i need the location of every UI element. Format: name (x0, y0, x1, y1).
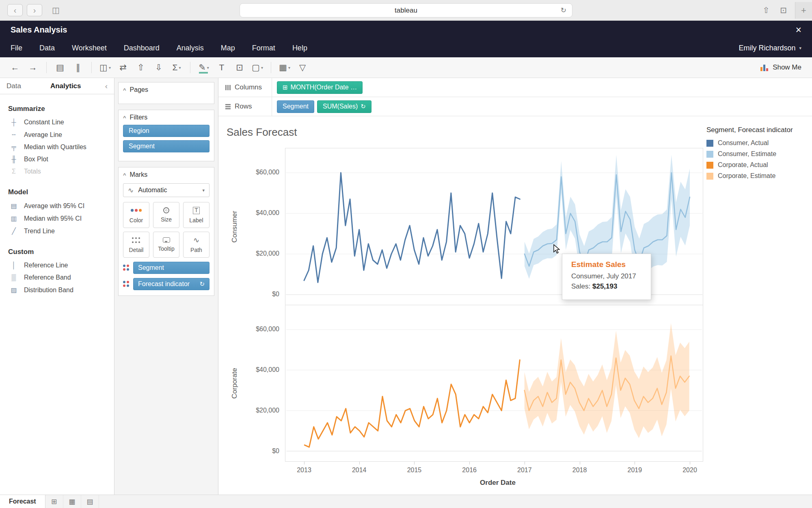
analytics-item-median-with-quartiles[interactable]: ╤Median with Quartiles (0, 141, 114, 153)
analytics-item-reference-line[interactable]: │Reference Line (0, 259, 114, 271)
legend-item-consumer-actual[interactable]: Consumer, Actual (706, 139, 808, 147)
mark-button-color[interactable]: Color (123, 202, 149, 228)
pause-auto-updates-button[interactable]: ∥ (69, 60, 86, 75)
show-me-icon (760, 64, 769, 71)
mark-type-dropdown[interactable]: ∿ Automatic ▾ (123, 183, 209, 197)
new-worksheet-button[interactable]: ◫▾ (97, 60, 114, 75)
forecast-indicator-icon: ↻ (361, 103, 366, 110)
user-menu[interactable]: Emily Richardson ▾ (739, 44, 801, 52)
pages-card-header[interactable]: ^ Pages (119, 82, 214, 96)
columns-icon (225, 85, 231, 90)
worksheet-main: Columns ⊞MONTH(Order Date … Rows Segment… (218, 78, 812, 495)
chevron-down-icon: ▾ (202, 188, 205, 193)
average-line-icon: ╌ (9, 131, 19, 139)
chart-plot-area[interactable] (285, 148, 703, 462)
mark-button-label[interactable]: TLabel (183, 202, 209, 228)
fix-axes-button[interactable]: ⊡ (231, 60, 248, 75)
tooltip-sales-value: $25,193 (592, 282, 617, 290)
analytics-item-label: Average with 95% CI (24, 202, 84, 210)
collapse-icon: ^ (123, 115, 126, 121)
analytics-item-box-plot[interactable]: ╫Box Plot (0, 153, 114, 165)
sheet-tabs-bar: Forecast ⊞▦▤ (0, 495, 812, 508)
x-axis-label: 2018 (572, 467, 587, 474)
menu-item-file[interactable]: File (11, 44, 22, 52)
mark-button-label: Color (130, 217, 143, 224)
collapse-pane-icon[interactable]: ‹ (105, 82, 108, 91)
browser-forward-button[interactable]: › (27, 4, 42, 16)
filters-card-header[interactable]: ^ Filters (119, 110, 214, 124)
chevron-down-icon: ▾ (179, 65, 181, 70)
legend-item-consumer-estimate[interactable]: Consumer, Estimate (706, 150, 808, 158)
tab-analytics[interactable]: Analytics (50, 82, 81, 90)
x-axis-label: 2020 (682, 467, 697, 474)
columns-shelf[interactable]: Columns ⊞MONTH(Order Date … (218, 78, 812, 97)
toolbar-separator (271, 62, 271, 73)
path-icon: ∿ (193, 237, 199, 244)
menu-item-worksheet[interactable]: Worksheet (72, 44, 107, 52)
mark-button-tooltip[interactable]: Tooltip (153, 232, 179, 258)
new-worksheet-button[interactable]: ⊞ (45, 495, 63, 508)
shelf-pill-month-order-date[interactable]: ⊞MONTH(Order Date … (277, 81, 363, 94)
filter-pill-segment[interactable]: Segment (123, 140, 209, 152)
tooltip-title: Estimate Sales (571, 260, 642, 269)
sort-descending-button[interactable]: ⇩ (150, 60, 167, 75)
toolbar-separator (46, 62, 47, 73)
sheet-tab-forecast[interactable]: Forecast (0, 495, 45, 508)
color-icon (131, 207, 142, 214)
analytics-item-distribution-band[interactable]: ▨Distribution Band (0, 284, 114, 296)
chevron-down-icon: ▾ (261, 65, 263, 70)
show-me-button[interactable]: Show Me (760, 63, 806, 72)
show-hide-cards-button[interactable]: ▦▾ (276, 60, 293, 75)
menu-item-help[interactable]: Help (292, 44, 307, 52)
new-dashboard-button[interactable]: ▦ (63, 495, 81, 508)
mark-button-path[interactable]: ∿Path (183, 232, 209, 258)
shelf-pill-segment[interactable]: Segment (277, 100, 314, 113)
chart-panel-corporate[interactable] (285, 305, 703, 461)
redo-button[interactable]: → (24, 60, 41, 75)
totals-button[interactable]: Σ▾ (168, 60, 185, 75)
presentation-mode-button[interactable]: ▽ (294, 60, 311, 75)
mark-button-detail[interactable]: Detail (123, 232, 149, 258)
menu-bar: FileDataWorksheetDashboardAnalysisMapFor… (0, 39, 812, 57)
analytics-item-average-line[interactable]: ╌Average Line (0, 128, 114, 141)
swap-rows-columns-button[interactable]: ⇄ (114, 60, 132, 75)
menu-item-analysis[interactable]: Analysis (177, 44, 204, 52)
new-tab-button[interactable]: + (795, 2, 812, 19)
highlight-button[interactable]: ✎▾ (195, 60, 212, 75)
marks-card-header[interactable]: ^ Marks (119, 167, 214, 181)
sort-ascending-button[interactable]: ⇧ (132, 60, 149, 75)
tab-overview-icon[interactable]: ⊡ (780, 5, 787, 15)
menu-item-map[interactable]: Map (221, 44, 235, 52)
menu-item-dashboard[interactable]: Dashboard (124, 44, 160, 52)
shelf-pill-sum-sales[interactable]: SUM(Sales)↻ (317, 100, 371, 113)
undo-button[interactable]: ← (6, 60, 24, 75)
analytics-item-trend-line[interactable]: ╱Trend Line (0, 225, 114, 237)
analytics-item-reference-band[interactable]: ▒Reference Band (0, 271, 114, 284)
menu-item-data[interactable]: Data (39, 44, 55, 52)
legend-item-corporate-actual[interactable]: Corporate, Actual (706, 161, 808, 169)
sheet-canvas[interactable]: Sales Forecast Order Date Segment, Forec… (218, 116, 812, 495)
cell-size-button[interactable]: ▢▾ (249, 60, 266, 75)
new-data-source-button[interactable]: ▤ (52, 60, 69, 75)
address-bar[interactable]: tableau ↻ (240, 3, 572, 17)
legend-item-corporate-estimate[interactable]: Corporate, Estimate (706, 172, 808, 180)
mark-pill-forecast-indicator[interactable]: Forecast indicator↻ (133, 278, 209, 290)
filter-pill-region[interactable]: Region (123, 125, 209, 137)
refresh-icon[interactable]: ↻ (561, 6, 566, 15)
show-mark-labels-button[interactable]: T (213, 60, 230, 75)
browser-back-button[interactable]: ‹ (7, 4, 23, 16)
mark-pill-row: Segment (123, 262, 209, 274)
browser-sidebar-button[interactable]: ◫ (52, 5, 60, 15)
analytics-item-median-with-95-ci[interactable]: ▥Median with 95% CI (0, 212, 114, 225)
close-icon[interactable]: × (795, 25, 801, 35)
mark-button-size[interactable]: Size (153, 202, 179, 228)
tab-data[interactable]: Data (6, 82, 21, 90)
analytics-item-constant-line[interactable]: ┼Constant Line (0, 116, 114, 128)
rows-shelf[interactable]: Rows SegmentSUM(Sales)↻ (218, 97, 812, 116)
section-title-summarize: Summarize (8, 105, 114, 113)
share-icon[interactable]: ⇧ (762, 5, 769, 15)
mark-pill-segment[interactable]: Segment (133, 262, 209, 274)
menu-item-format[interactable]: Format (252, 44, 275, 52)
analytics-item-average-with-95-ci[interactable]: ▤Average with 95% CI (0, 200, 114, 212)
new-story-button[interactable]: ▤ (81, 495, 99, 508)
